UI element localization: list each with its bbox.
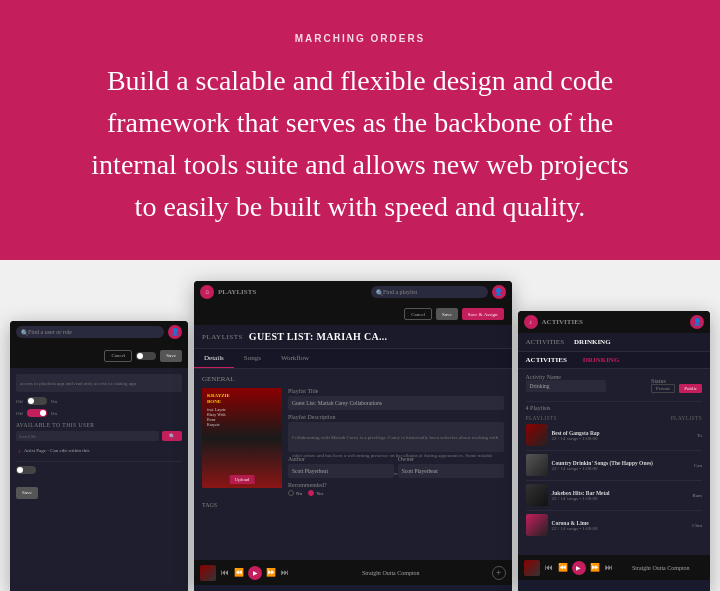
activity-name-group: Activity Name Drinking (526, 374, 606, 396)
col-playlists: PLAYLISTS (526, 415, 557, 421)
playlist-title-input[interactable]: Guest List: Mariah Carey Collaborations (288, 396, 504, 410)
form-section: Playlist Title Guest List: Mariah Carey … (288, 388, 504, 498)
playlist-thumb-4 (526, 514, 548, 536)
playlists-label: PLAYLISTS (202, 333, 243, 341)
divider (526, 401, 702, 402)
search-button[interactable]: 🔍 (162, 431, 182, 441)
divider-4 (526, 510, 702, 511)
playlist-item-2: Country Drinkin' Songs (The Happy Ones) … (526, 454, 702, 476)
user-search-placeholder: Search Me (19, 434, 36, 439)
tab-details[interactable]: Details (194, 349, 234, 368)
toggle-3[interactable] (16, 466, 36, 474)
right-play-button[interactable]: ▶ (572, 561, 586, 575)
playlist-info-3: Jukebox Hits: Bar Metal 22 / 14 songs • … (552, 490, 689, 501)
tags-label: TAGS (202, 502, 504, 508)
right-prev-button[interactable]: ⏮ (544, 563, 554, 573)
upload-button[interactable]: Upload (230, 475, 255, 484)
right-content: Activity Name Drinking Status Private Pu… (518, 369, 710, 555)
toggle-row-2: Off On (16, 409, 182, 417)
activity-name-input[interactable]: Drinking (526, 380, 606, 392)
bottom-save-button[interactable]: Save (16, 487, 38, 499)
right-next-button[interactable]: ⏭ (604, 563, 614, 573)
owner-input[interactable]: Scott Playerheat (398, 464, 504, 478)
toggle-1[interactable] (27, 397, 47, 405)
status-buttons: Private Public (651, 384, 702, 393)
toggle-row-1: Off On (16, 397, 182, 405)
center-player-controls[interactable]: ⏮ ⏪ ▶ ⏩ ⏭ (220, 566, 290, 580)
col-right: PLAYLISTS (671, 415, 702, 421)
description-textarea[interactable]: Collaborating with Mariah Carey is a pri… (288, 422, 504, 452)
public-button[interactable]: Public (679, 384, 702, 393)
playlist-count: 4 Playlists (526, 405, 702, 411)
right-topbar: ♪ ACTIVITIES 👤 (518, 311, 710, 333)
form-main-row: KRAYZIEBONE feat. LayzieBizzy WishBoneKr… (202, 388, 504, 498)
center-search[interactable]: 🔍 Find a playlist (371, 286, 488, 298)
toggle-off-label: Off (16, 399, 23, 404)
owner-value: Scott Playerheat (402, 468, 438, 474)
tags-section: TAGS (202, 502, 504, 508)
author-input[interactable]: Scott Playerheat (288, 464, 394, 478)
author-field-group: Author Scott Playerheat (288, 456, 394, 482)
save-button[interactable]: Save (160, 350, 182, 362)
right-prev2-button[interactable]: ⏪ (558, 563, 568, 573)
album-art-content: KRAYZIEBONE feat. LayzieBizzy WishBoneKr… (207, 393, 277, 483)
playlist-right-3: Ram (693, 493, 702, 498)
bottom-btn-row: Save (16, 480, 182, 499)
toggle-2[interactable] (27, 409, 47, 417)
center-nav-tabs: Details Songs Workflow (194, 349, 512, 369)
radio-no[interactable]: No (288, 490, 302, 496)
tab-songs[interactable]: Songs (234, 349, 271, 368)
center-app-icon: ♫ (200, 285, 214, 299)
right-user-icon: 👤 (690, 315, 704, 329)
tab-workflow[interactable]: Workflow (271, 349, 319, 368)
center-cancel-button[interactable]: Cancel (404, 308, 432, 320)
right-track-name: Straight Outta Compton (618, 565, 704, 571)
screenshots-container: 🔍 Find a user or role 👤 Cancel Save acce… (10, 281, 710, 591)
music-icon: ♫ (205, 289, 210, 295)
playlist-item-4: Corona & Lime 22 / 14 songs • 1:00:00 Ch… (526, 514, 702, 536)
center-next-button[interactable]: ⏭ (280, 568, 290, 578)
right-player-controls[interactable]: ⏮ ⏪ ▶ ⏩ ⏭ (544, 561, 614, 575)
search-icon: 🔍 (169, 433, 175, 439)
general-label: GENERAL (202, 375, 504, 383)
right-next2-button[interactable]: ⏩ (590, 563, 600, 573)
center-save-button[interactable]: Save (436, 308, 458, 320)
private-button[interactable]: Private (651, 384, 675, 393)
playlist-item-3: Jukebox Hits: Bar Metal 22 / 14 songs • … (526, 484, 702, 506)
add-to-playlist-button[interactable]: + (492, 566, 506, 580)
playlist-sub-2: 22 / 14 songs • 1:00:00 (552, 466, 690, 471)
save-assign-button[interactable]: Save & Assign (462, 308, 504, 320)
radio-yes[interactable]: Yes (308, 490, 323, 496)
center-action-bar: Cancel Save Save & Assign (194, 303, 512, 325)
playlist-sub-1: 22 / 14 songs • 1:00:00 (552, 436, 693, 441)
center-topbar: ♫ PLAYLISTS 🔍 Find a playlist 👤 (194, 281, 512, 303)
toggle-switch[interactable] (136, 352, 156, 360)
right-app-label: ACTIVITIES (542, 318, 583, 326)
center-next2-button[interactable]: ⏩ (266, 568, 276, 578)
left-search-icon: 🔍 (21, 329, 28, 336)
owner-field-group: Owner Scott Playerheat (398, 456, 504, 482)
center-play-button[interactable]: ▶ (248, 566, 262, 580)
tab-activities[interactable]: ACTIVITIES (518, 352, 575, 368)
center-prev2-button[interactable]: ⏪ (234, 568, 244, 578)
toggle2-on-label: On (51, 411, 57, 416)
center-prev-button[interactable]: ⏮ (220, 568, 230, 578)
left-search-bar[interactable]: 🔍 Find a user or role (16, 326, 164, 338)
toggle-row-3 (16, 466, 182, 474)
left-user-icon: 👤 (168, 325, 182, 339)
playlist-info-1: Best of Gangsta Rap 22 / 14 songs • 1:00… (552, 430, 693, 441)
center-album-thumb (200, 565, 216, 581)
hero-label: MARCHING ORDERS (295, 33, 426, 44)
right-avatar: 👤 (693, 318, 702, 326)
author-value: Scott Playerheat (292, 468, 328, 474)
left-search-text: Find a user or role (28, 329, 72, 335)
tab-drinking[interactable]: DRINKING (575, 352, 628, 368)
album-text-2: feat. LayzieBizzy WishBoneKrayzie (207, 407, 277, 427)
center-player-bar: ⏮ ⏪ ▶ ⏩ ⏭ Straight Outta Compton + (194, 560, 512, 585)
radio-yes-label: Yes (316, 491, 323, 496)
right-track-info: Straight Outta Compton (618, 565, 704, 571)
left-screen: 🔍 Find a user or role 👤 Cancel Save acce… (10, 321, 188, 591)
artist-label: Artist Page - Can edit within this (24, 448, 90, 453)
cancel-button[interactable]: Cancel (104, 350, 132, 362)
playlist-title: GUEST LIST: MARIAH CA... (249, 331, 388, 342)
